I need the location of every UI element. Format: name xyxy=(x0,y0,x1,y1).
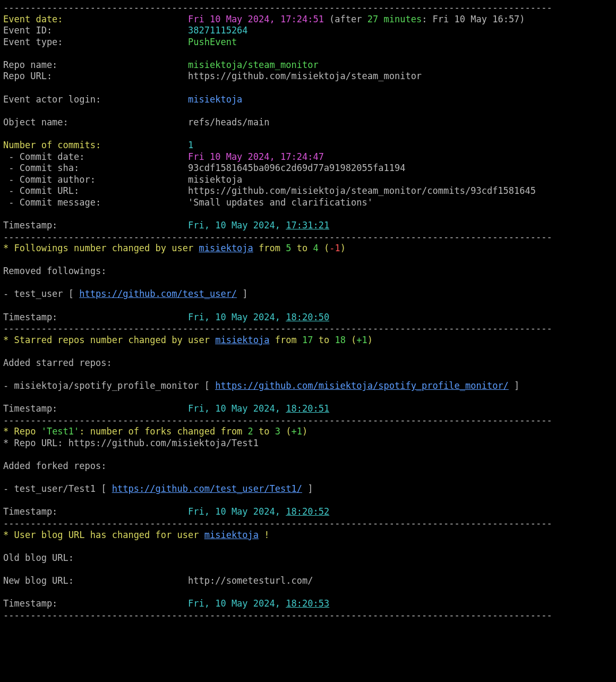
event-type: PushEvent xyxy=(188,37,237,47)
timestamp-time: 18:20:50 xyxy=(286,312,329,322)
hr: ----------------------------------------… xyxy=(3,232,552,242)
hr: ----------------------------------------… xyxy=(3,2,552,13)
timestamp-date: Fri, 10 May 2024, xyxy=(188,506,286,517)
label-timestamp: Timestamp: xyxy=(3,312,57,322)
label-event-id: Event ID: xyxy=(3,25,52,36)
forks-from: 2 xyxy=(248,426,253,437)
object-name: refs/heads/main xyxy=(188,117,270,127)
timestamp-date: Fri, 10 May 2024, xyxy=(188,598,286,609)
label-old-blog: Old blog URL: xyxy=(3,552,74,563)
event-id: 38271115264 xyxy=(188,25,248,36)
forks-delta: +1 xyxy=(292,426,302,437)
added-starred-prefix: - misiektoja/spotify_profile_monitor [ xyxy=(3,380,215,391)
hr: ----------------------------------------… xyxy=(3,323,552,334)
commit-author: misiektoja xyxy=(188,174,242,185)
added-starred-url[interactable]: https://github.com/misiektoja/spotify_pr… xyxy=(215,380,509,391)
forks-repo-url-line: * Repo URL: https://github.com/misiektoj… xyxy=(3,438,259,448)
timestamp-time: 18:20:53 xyxy=(286,598,329,609)
label-object-name: Object name: xyxy=(3,117,69,127)
timestamp-date: Fri, 10 May 2024, xyxy=(188,312,286,322)
label-event-type: Event type: xyxy=(3,37,63,47)
blog-user[interactable]: misiektoja xyxy=(204,530,259,540)
label-commit-sha: - Commit sha: xyxy=(3,163,79,173)
followings-delta: -1 xyxy=(329,243,340,253)
followings-user[interactable]: misiektoja xyxy=(199,243,253,253)
timestamp-time: 17:31:21 xyxy=(286,220,329,231)
forks-line-a: * Repo xyxy=(3,426,41,437)
label-new-blog: New blog URL: xyxy=(3,575,74,586)
label-added-starred: Added starred repos: xyxy=(3,357,112,368)
timestamp-time: 18:20:52 xyxy=(286,506,329,517)
timestamp-date: Fri, 10 May 2024, xyxy=(188,220,286,231)
label-commit-url: - Commit URL: xyxy=(3,185,79,196)
hr: ----------------------------------------… xyxy=(3,610,552,620)
blog-line: * User blog URL has changed for user xyxy=(3,530,204,540)
repo-url[interactable]: https://github.com/misiektoja/steam_moni… xyxy=(188,71,422,81)
forks-to: 3 xyxy=(275,426,280,437)
timestamp-time: 18:20:51 xyxy=(286,403,329,414)
label-timestamp: Timestamp: xyxy=(3,403,57,414)
hr: ----------------------------------------… xyxy=(3,518,552,528)
timestamp-date: Fri, 10 May 2024, xyxy=(188,403,286,414)
followings-from: 5 xyxy=(286,243,291,253)
actor-login: misiektoja xyxy=(188,94,242,105)
hr: ----------------------------------------… xyxy=(3,415,552,425)
followings-line: * Followings number changed by user xyxy=(3,243,199,253)
after-prefix: (after xyxy=(324,14,367,24)
label-commit-msg: - Commit message: xyxy=(3,197,101,208)
commit-date: Fri 10 May 2024, 17:24:47 xyxy=(188,151,324,162)
label-timestamp: Timestamp: xyxy=(3,506,57,517)
event-date: Fri 10 May 2024, 17:24:51 xyxy=(188,14,324,24)
repo-name: misiektoja/steam_monitor xyxy=(188,59,319,70)
label-timestamp: Timestamp: xyxy=(3,220,57,231)
label-num-commits: Number of commits: xyxy=(3,140,101,150)
terminal-output: ----------------------------------------… xyxy=(0,0,616,626)
new-blog-value[interactable]: http://sometesturl.com/ xyxy=(188,575,313,586)
label-repo-url: Repo URL: xyxy=(3,71,52,81)
removed-item-url[interactable]: https://github.com/test_user/ xyxy=(79,288,237,299)
after-suffix: : Fri 10 May 16:57) xyxy=(422,14,525,24)
label-timestamp: Timestamp: xyxy=(3,598,57,609)
commit-url[interactable]: https://github.com/misiektoja/steam_moni… xyxy=(188,185,536,196)
starred-user[interactable]: misiektoja xyxy=(215,335,269,345)
label-added-forked: Added forked repos: xyxy=(3,461,106,471)
label-removed-followings: Removed followings: xyxy=(3,266,106,276)
starred-delta: +1 xyxy=(356,335,367,345)
label-event-date: Event date: xyxy=(3,14,63,24)
after-value: 27 minutes xyxy=(367,14,422,24)
commit-sha: 93cdf1581645ba096c2d69d77a91982055fa1194 xyxy=(188,163,405,173)
label-actor: Event actor login: xyxy=(3,94,101,105)
starred-line: * Starred repos number changed by user xyxy=(3,335,215,345)
added-forked-url[interactable]: https://github.com/test_user/Test1/ xyxy=(112,483,302,494)
label-commit-author: - Commit author: xyxy=(3,174,96,185)
added-forked-prefix: - test_user/Test1 [ xyxy=(3,483,112,494)
num-commits: 1 xyxy=(188,140,193,150)
commit-msg: 'Small updates and clarifications' xyxy=(188,197,373,208)
label-repo-name: Repo name: xyxy=(3,59,57,70)
starred-from: 17 xyxy=(302,335,313,345)
forks-repo-name: 'Test1' xyxy=(41,426,80,437)
followings-to: 4 xyxy=(313,243,318,253)
label-commit-date: - Commit date: xyxy=(3,151,85,162)
removed-item-prefix: - test_user [ xyxy=(3,288,79,299)
starred-to: 18 xyxy=(335,335,345,345)
